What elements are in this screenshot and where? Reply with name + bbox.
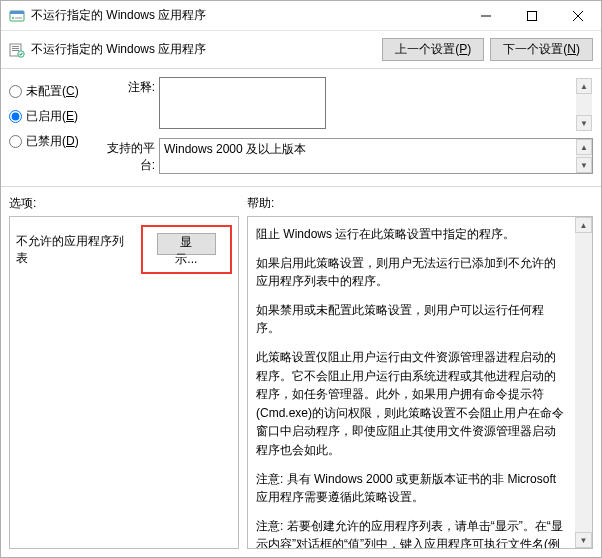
help-paragraph: 注意: 若要创建允许的应用程序列表，请单击“显示”。在“显示内容”对话框的“值”… <box>256 517 567 548</box>
help-text: 阻止 Windows 运行在此策略设置中指定的程序。 如果启用此策略设置，则用户… <box>248 217 575 548</box>
scroll-track[interactable] <box>575 233 592 532</box>
svg-rect-3 <box>15 17 22 19</box>
app-icon <box>9 8 25 24</box>
scroll-down-icon[interactable]: ▼ <box>576 115 592 131</box>
svg-rect-9 <box>12 46 19 47</box>
supported-platform-box: Windows 2000 及以上版本 ▲ ▼ <box>159 138 593 174</box>
highlight-box: 显示... <box>141 225 232 274</box>
radio-disabled[interactable]: 已禁用(D) <box>9 133 99 150</box>
comments-scrollbar[interactable]: ▲ ▼ <box>576 78 592 131</box>
next-setting-button[interactable]: 下一个设置(N) <box>490 38 593 61</box>
radio-not-configured-input[interactable] <box>9 85 22 98</box>
svg-rect-10 <box>12 48 19 49</box>
header-bar: 不运行指定的 Windows 应用程序 上一个设置(P) 下一个设置(N) <box>1 31 601 69</box>
svg-point-2 <box>12 17 14 19</box>
radio-not-configured[interactable]: 未配置(C) <box>9 83 99 100</box>
maximize-button[interactable] <box>509 1 555 31</box>
svg-rect-5 <box>528 12 537 21</box>
help-heading: 帮助: <box>247 195 593 212</box>
help-paragraph: 如果启用此策略设置，则用户无法运行已添加到不允许的应用程序列表中的程序。 <box>256 254 567 291</box>
scroll-up-icon[interactable]: ▲ <box>575 217 592 233</box>
comments-label: 注释: <box>99 77 159 96</box>
state-radio-group: 未配置(C) 已启用(E) 已禁用(D) <box>9 77 99 180</box>
help-scrollbar[interactable]: ▲ ▼ <box>575 217 592 548</box>
bottom-panels: 不允许的应用程序列表 显示... 阻止 Windows 运行在此策略设置中指定的… <box>1 216 601 557</box>
options-panel: 不允许的应用程序列表 显示... <box>9 216 239 549</box>
comments-textarea[interactable] <box>159 77 326 129</box>
radio-disabled-input[interactable] <box>9 135 22 148</box>
scroll-up-icon[interactable]: ▲ <box>576 78 592 94</box>
disallowed-apps-label: 不允许的应用程序列表 <box>16 233 141 267</box>
scroll-track[interactable] <box>576 94 592 115</box>
options-heading: 选项: <box>9 195 247 212</box>
show-list-button[interactable]: 显示... <box>157 233 216 255</box>
close-button[interactable] <box>555 1 601 31</box>
policy-icon <box>9 42 25 58</box>
previous-setting-button[interactable]: 上一个设置(P) <box>382 38 484 61</box>
window-title: 不运行指定的 Windows 应用程序 <box>31 7 463 24</box>
help-panel: 阻止 Windows 运行在此策略设置中指定的程序。 如果启用此策略设置，则用户… <box>247 216 593 549</box>
help-paragraph: 此策略设置仅阻止用户运行由文件资源管理器进程启动的程序。它不会阻止用户运行由系统… <box>256 348 567 460</box>
window-controls <box>463 1 601 30</box>
scroll-down-icon[interactable]: ▼ <box>575 532 592 548</box>
policy-editor-window: 不运行指定的 Windows 应用程序 不运行指定的 Wi <box>0 0 602 558</box>
titlebar: 不运行指定的 Windows 应用程序 <box>1 1 601 31</box>
help-paragraph: 如果禁用或未配置此策略设置，则用户可以运行任何程序。 <box>256 301 567 338</box>
supported-platform-value: Windows 2000 及以上版本 <box>164 142 306 156</box>
radio-enabled-input[interactable] <box>9 110 22 123</box>
section-labels: 选项: 帮助: <box>1 187 601 216</box>
scroll-down-icon[interactable]: ▼ <box>576 157 592 173</box>
svg-rect-1 <box>10 11 24 14</box>
config-area: 未配置(C) 已启用(E) 已禁用(D) 注释: ▲ ▼ <box>1 69 601 180</box>
help-paragraph: 阻止 Windows 运行在此策略设置中指定的程序。 <box>256 225 567 244</box>
scroll-up-icon[interactable]: ▲ <box>576 139 592 155</box>
svg-rect-11 <box>12 50 19 51</box>
radio-enabled[interactable]: 已启用(E) <box>9 108 99 125</box>
header-title: 不运行指定的 Windows 应用程序 <box>31 41 376 58</box>
supported-platform-label: 支持的平台: <box>99 138 159 174</box>
help-paragraph: 注意: 具有 Windows 2000 或更新版本证书的非 Microsoft … <box>256 470 567 507</box>
platform-scrollbar[interactable]: ▲ ▼ <box>576 139 592 173</box>
minimize-button[interactable] <box>463 1 509 31</box>
